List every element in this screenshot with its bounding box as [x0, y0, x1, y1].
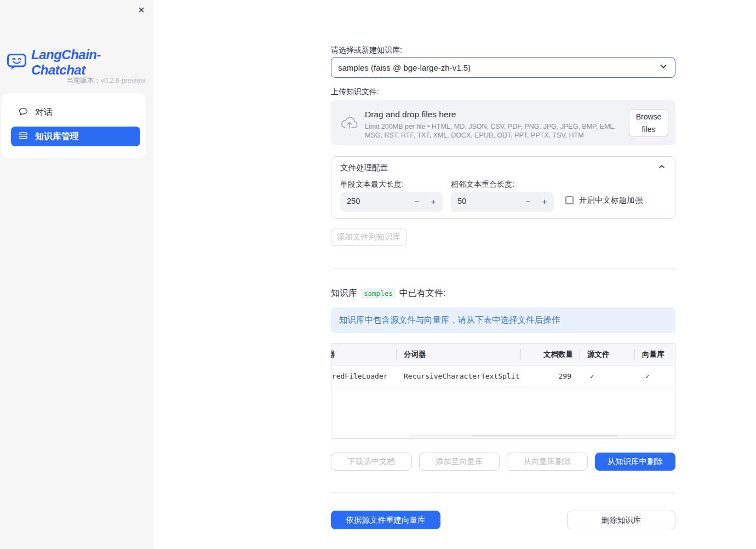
overlap-size-label: 相邻文本重合长度: — [451, 180, 514, 190]
chat-bubble-icon — [18, 106, 28, 119]
file-action-buttons: 下载选中文档 添加至向量库 从向量库删除 从知识库中删除 — [331, 453, 675, 471]
table-row[interactable]: uredFileLoader RecursiveCharacterTextSpl… — [331, 365, 675, 387]
app-root: × LangChain-Chatchat 当前版本：v0.2.6-preview — [0, 0, 756, 549]
expander-header[interactable]: 文件处理配置 — [331, 157, 675, 175]
column-header-splitter[interactable]: 分词器 — [404, 344, 520, 365]
column-header-vector-store[interactable]: 向量库 — [642, 344, 675, 365]
table-header-row: 器 分词器 文档数量 源文件 向量库 — [331, 344, 675, 365]
version-caption: 当前版本：v0.2.6-preview — [66, 76, 145, 85]
step-up-button[interactable]: + — [427, 195, 439, 208]
column-separator — [580, 349, 580, 360]
kb-select-value: samples (faiss @ bge-large-zh-v1.5) — [338, 63, 658, 72]
column-header-loader[interactable]: 器 — [331, 344, 392, 365]
cell-source-file-check: ✓ — [590, 365, 634, 387]
sidebar-item-kb-management[interactable]: 知识库管理 — [11, 127, 140, 146]
version-label: 当前版本： — [66, 77, 101, 84]
zh-title-enhance-checkbox[interactable] — [565, 196, 574, 204]
version-value: v0.2.6-preview — [101, 77, 145, 84]
zh-title-enhance-label: 开启中文标题加强 — [579, 195, 643, 205]
step-down-button[interactable]: − — [411, 195, 423, 208]
column-separator — [634, 349, 635, 360]
chunk-size-input[interactable]: 250 − + — [340, 192, 443, 212]
chat-smiley-logo-icon — [7, 53, 27, 72]
cell-splitter: RecursiveCharacterTextSplitter — [404, 365, 520, 387]
sidebar-item-label: 对话 — [35, 107, 53, 118]
horizontal-scrollbar[interactable] — [408, 434, 674, 437]
kb-name-code: samples — [361, 288, 396, 299]
dropzone-hint: Limit 200MB per file • HTML, MD, JSON, C… — [365, 122, 627, 140]
cell-doc-count: 299 — [520, 365, 571, 387]
chunk-size-label: 单段文本最大长度: — [340, 180, 404, 190]
file-config-expander: 文件处理配置 单段文本最大长度: 相邻文本重合长度: 250 − + 50 — [331, 156, 675, 219]
divider — [331, 268, 675, 269]
chunk-size-value: 250 — [347, 197, 360, 205]
divider — [331, 492, 675, 493]
column-header-source-file[interactable]: 源文件 — [587, 344, 634, 365]
sidebar-close-button[interactable]: × — [134, 2, 149, 18]
step-up-button[interactable]: + — [539, 195, 551, 208]
dropzone-title: Drag and drop files here — [365, 110, 456, 119]
info-banner: 知识库中包含源文件与向量库，请从下表中选择文件后操作 — [331, 307, 675, 333]
column-header-doc-count[interactable]: 文档数量 — [520, 344, 573, 365]
scrollbar-thumb[interactable] — [472, 434, 618, 437]
step-down-button[interactable]: − — [522, 195, 534, 208]
column-separator — [520, 349, 521, 360]
delete-from-kb-button[interactable]: 从知识库中删除 — [595, 453, 676, 471]
browse-files-button[interactable]: Browse files — [629, 109, 668, 137]
delete-from-vectorstore-button[interactable]: 从向量库删除 — [507, 453, 588, 471]
kb-files-heading: 知识库 samples 中已有文件: — [331, 288, 445, 299]
main-content: 请选择或新建知识库: samples (faiss @ bge-large-zh… — [153, 0, 756, 549]
delete-kb-base-button[interactable]: 删除知识库 — [567, 511, 675, 529]
rebuild-vectorstore-button[interactable]: 依据源文件重建向量库 — [331, 511, 440, 529]
expander-title: 文件处理配置 — [340, 163, 388, 173]
column-separator — [396, 349, 397, 360]
zh-title-enhance-row: 开启中文标题加强 — [565, 195, 643, 205]
cell-loader: uredFileLoader — [331, 365, 396, 387]
add-to-vectorstore-button[interactable]: 添加至向量库 — [419, 453, 500, 471]
cell-vector-store-check: ✓ — [645, 365, 675, 387]
kb-select-label: 请选择或新建知识库: — [331, 45, 402, 55]
sidebar-menu: 对话 知识库管理 — [2, 93, 146, 158]
overlap-size-value: 50 — [457, 197, 466, 205]
cloud-upload-icon — [340, 114, 359, 134]
download-selected-button[interactable]: 下载选中文档 — [331, 453, 412, 471]
chevron-up-icon — [657, 162, 666, 173]
kb-list-icon — [18, 130, 28, 143]
add-files-button[interactable]: 添加文件到知识库 — [331, 228, 406, 246]
overlap-size-input[interactable]: 50 − + — [451, 192, 554, 212]
sidebar-item-chat[interactable]: 对话 — [11, 102, 140, 122]
kb-files-suffix: 中已有文件: — [399, 288, 445, 299]
sidebar: × LangChain-Chatchat 当前版本：v0.2.6-preview — [0, 0, 153, 549]
app-logo: LangChain-Chatchat — [7, 47, 153, 78]
chevron-down-icon — [658, 61, 668, 73]
sidebar-item-label: 知识库管理 — [35, 131, 79, 142]
upload-label: 上传知识文件: — [331, 87, 379, 97]
kb-files-prefix: 知识库 — [331, 288, 357, 299]
kb-files-table: 器 分词器 文档数量 源文件 向量库 uredFileLoader Recurs… — [331, 343, 675, 439]
app-logo-text: LangChain-Chatchat — [31, 47, 153, 78]
kb-select-dropdown[interactable]: samples (faiss @ bge-large-zh-v1.5) — [331, 57, 675, 78]
file-dropzone[interactable]: Drag and drop files here Limit 200MB per… — [331, 100, 675, 145]
